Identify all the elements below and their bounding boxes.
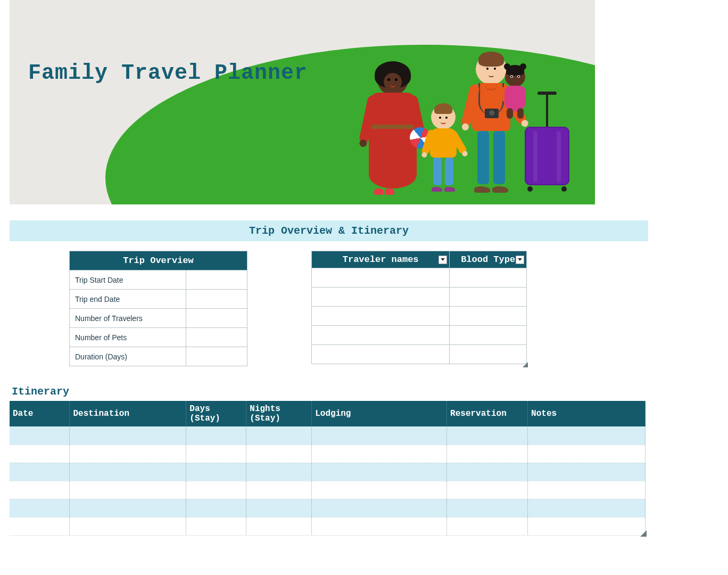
travelers-table: Traveler names Blood Type (311, 251, 527, 364)
mother-figure (361, 64, 425, 188)
itinerary-lodging-cell[interactable] (312, 481, 447, 499)
traveler-name-cell[interactable] (312, 326, 450, 345)
dropdown-icon[interactable] (516, 256, 524, 264)
itinerary-date-cell[interactable] (10, 463, 70, 481)
trip-end-date-cell[interactable] (186, 290, 247, 309)
itinerary-nights-cell[interactable] (246, 426, 312, 445)
itinerary-date-cell[interactable] (10, 481, 70, 499)
table-row (312, 345, 527, 364)
itinerary-reservation-cell[interactable] (447, 463, 528, 481)
traveler-name-cell[interactable] (312, 345, 450, 364)
itinerary-date-cell[interactable] (10, 445, 70, 463)
col-destination-header[interactable]: Destination (70, 401, 186, 426)
blood-type-cell[interactable] (450, 268, 527, 288)
itinerary-destination-cell[interactable] (70, 499, 186, 517)
section-title-bar: Trip Overview & Itinerary (10, 220, 648, 241)
itinerary-nights-cell[interactable] (246, 499, 312, 517)
table-row (10, 445, 646, 463)
table-row (10, 426, 646, 445)
col-notes-header[interactable]: Notes (528, 401, 646, 426)
traveler-names-header[interactable]: Traveler names (312, 251, 450, 268)
table-row (312, 307, 527, 326)
itinerary-nights-cell[interactable] (246, 463, 312, 481)
suitcase-icon (523, 95, 571, 192)
itinerary-lodging-cell[interactable] (312, 463, 447, 481)
itinerary-table: Date Destination Days (Stay) Nights (Sta… (10, 401, 646, 536)
itinerary-notes-cell[interactable] (528, 499, 646, 517)
trip-end-date-label: Trip end Date (70, 290, 186, 309)
itinerary-notes-cell[interactable] (528, 445, 646, 463)
family-illustration (350, 7, 574, 199)
resize-handle-icon[interactable] (523, 362, 528, 367)
table-row (312, 268, 527, 288)
itinerary-destination-cell[interactable] (70, 445, 186, 463)
itinerary-destination-cell[interactable] (70, 517, 186, 535)
duration-label: Duration (Days) (70, 347, 186, 366)
blood-type-header[interactable]: Blood Type (450, 251, 527, 268)
table-row (10, 481, 646, 499)
itinerary-days-cell[interactable] (186, 445, 246, 463)
resize-handle-icon[interactable] (640, 530, 647, 537)
itinerary-days-cell[interactable] (186, 463, 246, 481)
num-travelers-label: Number of Travelers (70, 309, 186, 328)
trip-start-date-label: Trip Start Date (70, 270, 186, 290)
itinerary-nights-cell[interactable] (246, 517, 312, 535)
itinerary-days-cell[interactable] (186, 517, 246, 535)
traveler-name-cell[interactable] (312, 268, 450, 288)
itinerary-reservation-cell[interactable] (447, 517, 528, 535)
itinerary-lodging-cell[interactable] (312, 517, 447, 535)
col-nights-header[interactable]: Nights (Stay) (246, 401, 312, 426)
itinerary-heading: Itinerary (12, 385, 728, 398)
itinerary-nights-cell[interactable] (246, 445, 312, 463)
itinerary-reservation-cell[interactable] (447, 445, 528, 463)
blood-type-label: Blood Type (461, 254, 515, 265)
col-lodging-header[interactable]: Lodging (312, 401, 447, 426)
itinerary-notes-cell[interactable] (528, 481, 646, 499)
itinerary-reservation-cell[interactable] (447, 426, 528, 445)
itinerary-reservation-cell[interactable] (447, 481, 528, 499)
itinerary-lodging-cell[interactable] (312, 499, 447, 517)
trip-overview-table: Trip Overview Trip Start Date Trip end D… (69, 251, 247, 366)
camera-icon (485, 109, 499, 118)
trip-overview-header: Trip Overview (70, 251, 247, 270)
col-reservation-header[interactable]: Reservation (447, 401, 528, 426)
blood-type-cell[interactable] (450, 288, 527, 307)
itinerary-destination-cell[interactable] (70, 463, 186, 481)
duration-cell[interactable] (186, 347, 247, 366)
traveler-name-cell[interactable] (312, 288, 450, 307)
itinerary-nights-cell[interactable] (246, 481, 312, 499)
table-row (10, 517, 646, 535)
dropdown-icon[interactable] (439, 256, 447, 264)
header-banner: Family Travel Planner (10, 0, 595, 204)
blood-type-cell[interactable] (450, 307, 527, 326)
num-travelers-cell[interactable] (186, 309, 247, 328)
trip-start-date-cell[interactable] (186, 270, 247, 290)
col-date-header[interactable]: Date (10, 401, 70, 426)
col-days-header[interactable]: Days (Stay) (186, 401, 246, 426)
itinerary-date-cell[interactable] (10, 426, 70, 445)
itinerary-days-cell[interactable] (186, 426, 246, 445)
child-figure (422, 105, 465, 190)
table-row (312, 288, 527, 307)
traveler-names-label: Traveler names (343, 254, 419, 265)
itinerary-destination-cell[interactable] (70, 426, 186, 445)
table-row: Trip end Date (70, 290, 247, 309)
num-pets-cell[interactable] (186, 328, 247, 347)
itinerary-date-cell[interactable] (10, 517, 70, 535)
blood-type-cell[interactable] (450, 326, 527, 345)
itinerary-days-cell[interactable] (186, 499, 246, 517)
itinerary-date-cell[interactable] (10, 499, 70, 517)
table-row (312, 326, 527, 345)
itinerary-lodging-cell[interactable] (312, 445, 447, 463)
table-row: Duration (Days) (70, 347, 247, 366)
page-title: Family Travel Planner (28, 61, 308, 85)
itinerary-destination-cell[interactable] (70, 481, 186, 499)
itinerary-notes-cell[interactable] (528, 517, 646, 535)
itinerary-days-cell[interactable] (186, 481, 246, 499)
itinerary-lodging-cell[interactable] (312, 426, 447, 445)
itinerary-notes-cell[interactable] (528, 426, 646, 445)
itinerary-notes-cell[interactable] (528, 463, 646, 481)
itinerary-reservation-cell[interactable] (447, 499, 528, 517)
traveler-name-cell[interactable] (312, 307, 450, 326)
blood-type-cell[interactable] (450, 345, 527, 364)
